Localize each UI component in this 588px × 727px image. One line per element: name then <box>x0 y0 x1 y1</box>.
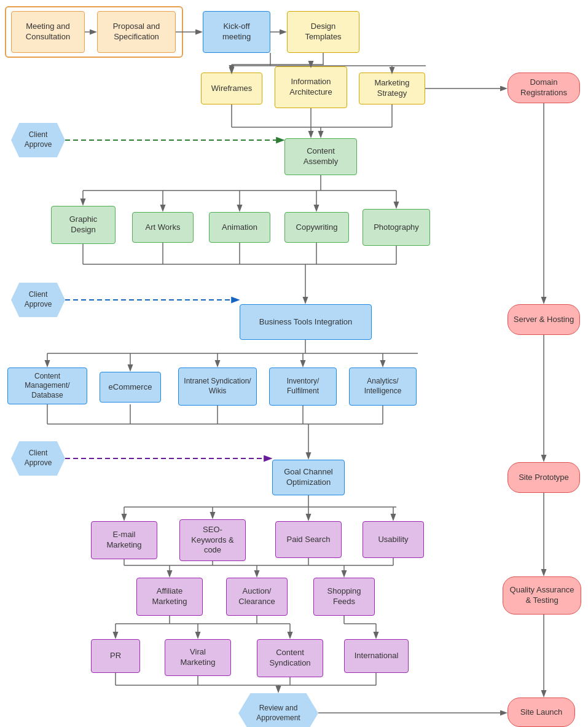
node-graphic-design: Graphic Design <box>51 206 116 244</box>
node-international: International <box>344 639 409 673</box>
node-content-mgmt: Content Management/ Database <box>7 367 87 404</box>
node-analytics: Analytics/ Intelligence <box>349 367 417 406</box>
node-biz-tools: Business Tools Integration <box>240 304 372 340</box>
node-server-hosting: Server & Hosting <box>508 304 580 335</box>
node-wireframes: Wireframes <box>201 73 262 104</box>
node-ecommerce: eCommerce <box>100 372 161 403</box>
node-info-arch: Information Architecture <box>275 66 347 108</box>
node-client-approve-1: Client Approve <box>11 123 65 157</box>
node-site-prototype: Site Prototype <box>508 462 580 493</box>
node-copywriting: Copywriting <box>284 212 349 243</box>
node-design-templates: Design Templates <box>287 11 359 53</box>
node-email-marketing: E-mail Marketing <box>91 521 157 559</box>
node-intranet: Intranet Syndication/ Wikis <box>178 367 257 406</box>
node-usability: Usability <box>363 521 424 558</box>
node-meeting: Meeting and Consultation <box>11 11 85 53</box>
node-seo: SEO- Keywords & code <box>179 519 246 561</box>
node-marketing-strategy: Marketing Strategy <box>359 73 425 104</box>
node-review: Review and Approvement <box>238 693 318 727</box>
node-content-assembly: Content Assembly <box>284 138 357 175</box>
node-client-approve-3: Client Approve <box>11 441 65 476</box>
diagram-container: Meeting and Consultation Proposal and Sp… <box>0 0 588 727</box>
node-proposal: Proposal and Specification <box>97 11 176 53</box>
node-art-works: Art Works <box>132 212 194 243</box>
node-content-syndication: Content Syndication <box>257 639 323 677</box>
node-animation: Animation <box>209 212 270 243</box>
node-inventory: Inventory/ Fulfilment <box>269 367 337 406</box>
node-auction: Auction/ Clearance <box>226 578 288 616</box>
node-viral: Viral Marketing <box>165 639 231 676</box>
node-domain-reg: Domain Registrations <box>508 73 580 103</box>
node-affiliate: Affiliate Marketing <box>136 578 203 616</box>
node-qa: Quality Assurance & Testing <box>503 576 581 615</box>
node-shopping-feeds: Shopping Feeds <box>313 578 375 616</box>
node-paid-search: Paid Search <box>275 521 342 558</box>
node-kickoff: Kick-off meeting <box>203 11 270 53</box>
connector-svg <box>0 0 588 727</box>
node-client-approve-2: Client Approve <box>11 283 65 317</box>
node-pr: PR <box>91 639 140 673</box>
node-photography: Photography <box>363 209 430 246</box>
node-site-launch: Site Launch <box>508 698 575 727</box>
node-goal-channel: Goal Channel Optimization <box>272 460 345 495</box>
